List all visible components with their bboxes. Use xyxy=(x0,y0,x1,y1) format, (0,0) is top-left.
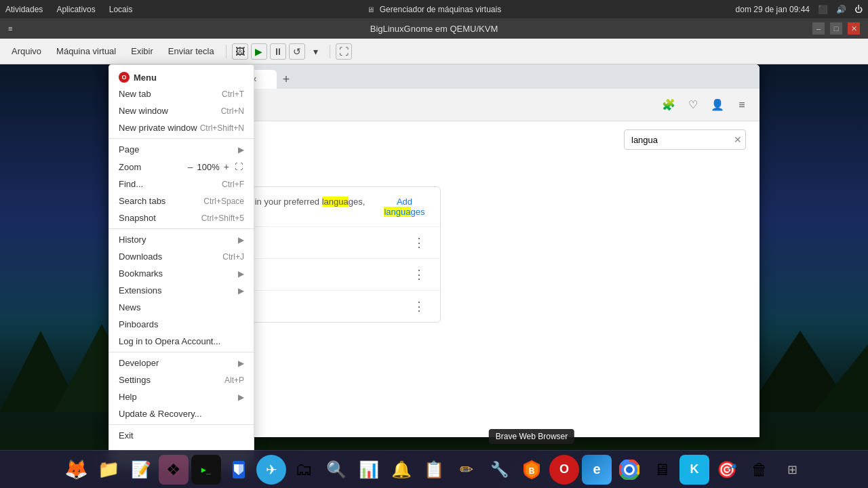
menu-header: O Menu xyxy=(109,68,254,85)
vm-play-btn[interactable]: ▶ xyxy=(251,43,267,60)
menu-developer-arrow: ▶ xyxy=(238,359,244,368)
menu-page[interactable]: Page ▶ xyxy=(109,141,254,158)
separator-3 xyxy=(109,352,254,352)
vm-screenshot-btn[interactable]: 🖼 xyxy=(232,43,248,60)
settings-search-bar: ✕ xyxy=(624,129,746,150)
taskbar-files[interactable]: 📁 xyxy=(94,455,123,485)
desc-highlight: langua xyxy=(322,197,349,207)
menu-bookmarks[interactable]: Bookmarks ▶ xyxy=(109,265,254,282)
separator-2 xyxy=(109,228,254,229)
taskbar-terminal[interactable]: ▶_ xyxy=(191,455,221,485)
vm-minimize-btn[interactable]: – xyxy=(812,22,825,35)
zoom-fullscreen-btn[interactable]: ⛶ xyxy=(233,162,244,171)
menu-pinboards-label: Pinboards xyxy=(119,319,159,329)
zoom-out-btn[interactable]: – xyxy=(186,161,195,172)
bookmarks-btn[interactable]: ♡ xyxy=(684,96,703,115)
network-icon: ⬛ xyxy=(818,5,828,14)
menu-snapshot[interactable]: Snapshot Ctrl+Shift+5 xyxy=(109,209,254,226)
vm-pause-btn[interactable]: ⏸ xyxy=(270,43,286,60)
menu-new-tab[interactable]: New tab Ctrl+T xyxy=(109,85,254,102)
taskbar-opera[interactable]: O xyxy=(549,455,579,485)
locais-btn[interactable]: Locais xyxy=(109,5,133,14)
taskbar-apps[interactable]: ❖ xyxy=(159,455,189,485)
menu-history[interactable]: History ▶ xyxy=(109,231,254,248)
new-tab-btn[interactable]: + xyxy=(277,70,296,89)
taskbar-notes[interactable]: 📝 xyxy=(126,455,156,485)
taskbar-firefox[interactable]: 🦊 xyxy=(61,455,91,485)
lang-menu-btn-3[interactable]: ⋮ xyxy=(409,298,429,315)
top-bar-right: dom 29 de jan 09:44 ⬛ 🔊 ⏻ xyxy=(736,5,863,14)
taskbar-chrome[interactable] xyxy=(614,455,644,485)
taskbar-edge[interactable]: e xyxy=(582,455,612,485)
menu-news[interactable]: News xyxy=(109,299,254,316)
lang-menu-btn-2[interactable]: ⋮ xyxy=(409,266,429,283)
lang-menu-btn-1[interactable]: ⋮ xyxy=(409,234,429,251)
taskbar-brave[interactable]: B Brave Web Browser xyxy=(517,455,547,485)
taskbar-pencil[interactable]: ✏ xyxy=(452,455,481,485)
menu-new-window[interactable]: New window Ctrl+N xyxy=(109,102,254,119)
menu-help-arrow: ▶ xyxy=(238,392,244,402)
vm-menu-btns: ≡ xyxy=(8,24,12,33)
menu-settings[interactable]: Settings Alt+P xyxy=(109,371,254,388)
exibir-menu[interactable]: Exibir xyxy=(125,43,159,59)
menu-help[interactable]: Help ▶ xyxy=(109,388,254,405)
activities-btn[interactable]: Atividades xyxy=(5,5,43,14)
add-language-btn[interactable]: Add languages xyxy=(380,197,429,217)
menu-new-private-window[interactable]: New private window Ctrl+Shift+N xyxy=(109,119,254,136)
svg-text:B: B xyxy=(529,466,535,476)
vm-fullscreen-btn[interactable]: ⛶ xyxy=(336,43,352,60)
sound-icon: 🔊 xyxy=(836,5,846,14)
opera-logo: O xyxy=(119,72,130,83)
taskbar-trash[interactable]: 🗑 xyxy=(745,455,774,485)
taskbar-search[interactable]: 🔍 xyxy=(321,455,351,485)
account-btn[interactable]: 👤 xyxy=(708,96,727,115)
menu-find[interactable]: Find... Ctrl+F xyxy=(109,176,254,192)
separator-1 xyxy=(109,138,254,139)
extensions-btn[interactable]: 🧩 xyxy=(659,96,678,115)
taskbar-vm[interactable]: 🖥 xyxy=(647,455,677,485)
top-bar: Atividades Aplicativos Locais 🖥 Gerencia… xyxy=(0,0,868,18)
taskbar-aim[interactable]: 🎯 xyxy=(712,455,742,485)
zoom-in-btn[interactable]: + xyxy=(222,161,231,172)
menu-developer[interactable]: Developer ▶ xyxy=(109,354,254,371)
menu-login-label: Log in to Opera Account... xyxy=(119,336,220,346)
taskbar-tools[interactable]: 🔧 xyxy=(484,455,514,485)
vm-maximize-btn[interactable]: □ xyxy=(830,22,842,35)
opera-menu: O Menu New tab Ctrl+T New window Ctrl+N … xyxy=(108,64,254,469)
menu-login[interactable]: Log in to Opera Account... xyxy=(109,333,254,350)
vm-window-controls: – □ ✕ xyxy=(812,22,860,35)
arquivo-menu[interactable]: Arquivo xyxy=(5,43,47,59)
menu-search-tabs[interactable]: Search tabs Ctrl+Space xyxy=(109,192,254,209)
vm-reset-btn[interactable]: ↺ xyxy=(289,43,305,60)
taskbar-telegram[interactable]: ✈ xyxy=(256,455,286,485)
menu-exit[interactable]: Exit xyxy=(109,427,254,444)
taskbar-monitor[interactable]: 📊 xyxy=(354,455,384,485)
taskbar-files2[interactable]: 🗂 xyxy=(289,455,319,485)
menu-btn[interactable]: ≡ xyxy=(732,96,751,115)
svg-point-17 xyxy=(626,466,633,473)
top-bar-left: Atividades Aplicativos Locais xyxy=(5,5,132,14)
toolbar-separator-2 xyxy=(330,45,330,58)
maquina-virtual-menu[interactable]: Máquina virtual xyxy=(50,43,122,59)
taskbar-bell[interactable]: 🔔 xyxy=(387,455,416,485)
taskbar-kodi[interactable]: K xyxy=(679,455,709,485)
menu-title: Menu xyxy=(134,73,157,83)
search-clear-btn[interactable]: ✕ xyxy=(734,134,742,145)
menu-news-label: News xyxy=(119,302,141,312)
menu-update-recovery[interactable]: Update & Recovery... xyxy=(109,405,254,422)
menu-update-label: Update & Recovery... xyxy=(119,409,202,419)
power-icon: ⏻ xyxy=(854,5,863,14)
taskbar-sticky[interactable]: 📋 xyxy=(419,455,449,485)
taskbar-grid[interactable]: ⊞ xyxy=(777,455,807,485)
menu-page-arrow: ▶ xyxy=(238,145,244,155)
menu-search-tabs-label: Search tabs xyxy=(119,196,165,206)
vm-close-btn[interactable]: ✕ xyxy=(848,22,860,35)
aplicativos-btn[interactable]: Aplicativos xyxy=(56,5,95,14)
settings-search-input[interactable] xyxy=(624,129,746,150)
menu-downloads[interactable]: Downloads Ctrl+J xyxy=(109,248,254,265)
menu-pinboards[interactable]: Pinboards xyxy=(109,316,254,333)
taskbar-bitwarden[interactable] xyxy=(224,455,254,485)
vm-more-btn[interactable]: ▾ xyxy=(308,43,324,60)
menu-extensions[interactable]: Extensions ▶ xyxy=(109,282,254,299)
enviar-tecla-menu[interactable]: Enviar tecla xyxy=(162,43,220,59)
